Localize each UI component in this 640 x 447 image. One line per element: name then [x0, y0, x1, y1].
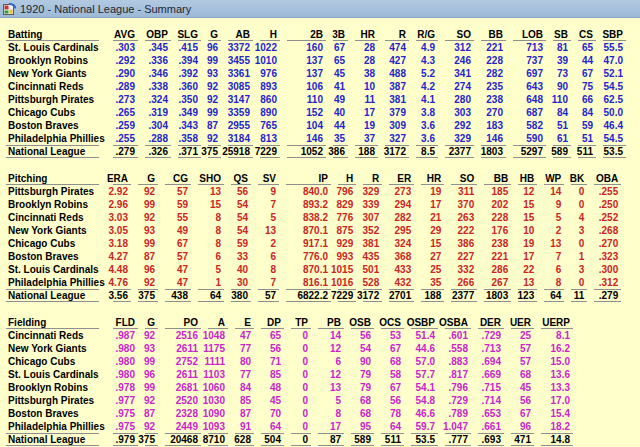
stat-cell: 79	[344, 381, 374, 394]
stat-cell: 54.5	[596, 132, 626, 145]
stat-cell: .270	[587, 237, 621, 250]
stat-cell: 9	[537, 198, 564, 211]
stat-cell: 765	[253, 119, 280, 132]
stat-cell: 286	[477, 263, 511, 276]
report-icon[interactable]	[3, 2, 16, 15]
stat-cell: 697	[506, 67, 546, 80]
table-row: Pittsburgh Pirates.273.324.3509231478601…	[6, 93, 626, 106]
stat-cell: 263	[444, 211, 477, 224]
stat-cell: 65	[571, 41, 596, 54]
stat-cell: .358	[171, 132, 201, 145]
stat-cell: 47	[158, 276, 191, 289]
stat-cell: .777	[438, 433, 471, 446]
stat-cell: 17	[348, 106, 378, 119]
stat-cell: 137	[280, 54, 326, 67]
team-name-cell: Boston Braves	[6, 250, 106, 263]
stat-cell: .303	[106, 41, 138, 54]
stat-cell: 341	[438, 67, 474, 80]
total-row: National League.979375204688710628504087…	[6, 433, 573, 446]
column-header: OBP	[138, 28, 171, 41]
stat-cell: .978	[106, 381, 138, 394]
stat-cell: 3361	[221, 67, 253, 80]
stat-cell: 52.1	[596, 67, 626, 80]
column-header: G	[131, 172, 158, 185]
column-header: SO	[438, 28, 474, 41]
window-titlebar[interactable]: 1920 - National League - Summary	[0, 0, 640, 18]
stat-cell: 64	[537, 289, 564, 302]
stat-cell: 13	[191, 185, 224, 198]
stat-cell: 8	[191, 224, 224, 237]
stat-cell: 280	[438, 93, 474, 106]
stat-cell: 3455	[221, 54, 253, 67]
stat-cell: 713	[506, 41, 546, 54]
stat-cell: .714	[471, 394, 504, 407]
stat-cell: 2611	[158, 368, 201, 381]
stat-cell: 64	[254, 420, 284, 433]
table-row: Cincinnati Reds3.0392558545838.277630728…	[6, 211, 621, 224]
stat-cell: 3172	[378, 145, 409, 158]
stat-cell: 40	[326, 106, 348, 119]
stat-cell: 643	[506, 80, 546, 93]
stat-cell: 6	[191, 250, 224, 263]
stat-cell: 309	[378, 119, 409, 132]
stat-cell: 40	[224, 263, 251, 276]
stat-cell: 471	[504, 433, 534, 446]
stat-cell: 67	[326, 41, 348, 54]
team-name-cell: Cincinnati Reds	[6, 80, 106, 93]
stat-cell: 4.1	[409, 93, 438, 106]
stat-cell: 1803	[477, 289, 511, 302]
stat-cell: 1	[191, 276, 224, 289]
stat-cell: 92	[131, 211, 158, 224]
stat-cell: 56	[504, 394, 534, 407]
stat-cell: 282	[474, 67, 506, 80]
stat-cell: 8	[191, 211, 224, 224]
total-row: National League3.5637543864380576822.272…	[6, 289, 621, 302]
column-header: UER	[504, 316, 534, 329]
stat-cell: 106	[280, 80, 326, 93]
stat-cell: 35	[414, 276, 444, 289]
stat-cell: 41	[326, 80, 348, 93]
team-name-cell: Brooklyn Robins	[6, 381, 106, 394]
stat-cell: .980	[106, 368, 138, 381]
stat-cell: .324	[138, 93, 171, 106]
stat-cell: 3	[564, 263, 587, 276]
stat-cell: 7229	[253, 145, 280, 158]
stat-cell: 95	[344, 420, 374, 433]
stat-cell: .336	[138, 54, 171, 67]
table-row: St. Louis Cardinals.303.345.415963372102…	[6, 41, 626, 54]
stat-cell: 12	[311, 368, 344, 381]
column-header: QS	[224, 172, 251, 185]
team-name-cell: Philadelphia Phillies	[6, 420, 106, 433]
column-header: 3B	[326, 28, 348, 41]
league-name-cell: National League	[6, 289, 106, 302]
stat-cell: 339	[356, 198, 382, 211]
stat-cell: 0	[564, 198, 587, 211]
stat-cell: 0	[284, 342, 311, 355]
stat-cell: 13	[251, 224, 279, 237]
stat-cell: .558	[438, 342, 471, 355]
stat-cell: 4.76	[106, 276, 131, 289]
stat-cell: .300	[587, 263, 621, 276]
table-row: Chicago Cubs.265.319.3499933598901524017…	[6, 106, 626, 119]
window-title: 1920 - National League - Summary	[20, 3, 191, 15]
stat-cell: 1016	[331, 276, 356, 289]
stat-cell: 238	[474, 93, 506, 106]
stat-cell: 1060	[201, 381, 228, 394]
team-name-cell: Brooklyn Robins	[6, 54, 106, 67]
stat-cell: 2611	[158, 342, 201, 355]
column-header: SBP	[596, 28, 626, 41]
stat-cell: .729	[471, 329, 504, 342]
stat-cell: 4.9	[409, 41, 438, 54]
stat-cell: 10	[348, 80, 378, 93]
stat-cell: 57	[158, 185, 191, 198]
pitching-table: PitchingERAGCGSHOQSSVIPHRERHRSOBBHBWPBKO…	[6, 172, 621, 302]
stat-cell: 110	[546, 93, 571, 106]
stat-cell: 6	[251, 250, 279, 263]
stat-cell: 55	[158, 211, 191, 224]
column-header: PO	[158, 316, 201, 329]
team-name-cell: New York Giants	[6, 224, 106, 237]
table-row: Cincinnati Reds.987922516104847650145653…	[6, 329, 573, 342]
column-header: OSBA	[438, 316, 471, 329]
stat-cell: 19	[414, 185, 444, 198]
stat-cell: 589	[344, 433, 374, 446]
